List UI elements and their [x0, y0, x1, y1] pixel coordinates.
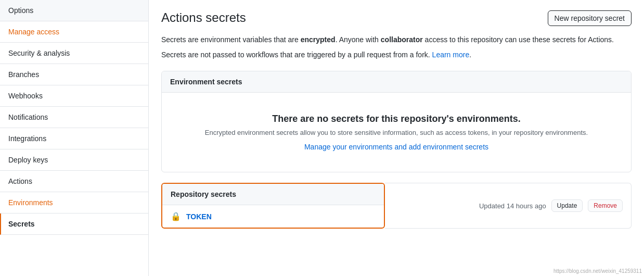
manage-environments-link[interactable]: Manage your environments and add environ… — [304, 143, 488, 151]
sidebar-item-actions[interactable]: Actions — [0, 171, 148, 192]
page-header: Actions secrets New repository secret — [161, 10, 632, 26]
desc-prefix: Secrets are environment variables that a… — [161, 35, 301, 44]
learn-more-link[interactable]: Learn more — [432, 51, 470, 59]
description-line1: Secrets are environment variables that a… — [161, 34, 632, 45]
sidebar-item-options[interactable]: Options — [0, 0, 148, 21]
desc2-suffix: . — [469, 51, 471, 59]
sidebar-item-integrations[interactable]: Integrations — [0, 128, 148, 149]
main-content: Actions secrets New repository secret Se… — [149, 0, 644, 276]
sidebar-item-deploy-keys[interactable]: Deploy keys — [0, 149, 148, 171]
repo-secrets-bordered-box: Repository secrets 🔒 TOKEN — [161, 183, 385, 229]
new-repository-secret-button[interactable]: New repository secret — [548, 10, 632, 26]
watermark: https://blog.csdn.net/weixin_41259311 — [553, 268, 642, 274]
desc-bold-encrypted: encrypted — [301, 35, 336, 44]
repo-secrets-header: Repository secrets — [162, 184, 384, 205]
repo-secrets-right-panel: Updated 14 hours ago Update Remove — [385, 183, 632, 229]
description-line2: Secrets are not passed to workflows that… — [161, 49, 632, 60]
secret-left: 🔒 TOKEN — [171, 211, 212, 221]
environment-secrets-section: Environment secrets There are no secrets… — [161, 71, 632, 172]
sidebar-item-security-analysis[interactable]: Security & analysis — [0, 43, 148, 64]
secret-updated-text: Updated 14 hours ago — [479, 202, 546, 210]
desc2-prefix: Secrets are not passed to workflows that… — [161, 51, 432, 59]
sidebar-item-branches[interactable]: Branches — [0, 64, 148, 85]
lock-icon: 🔒 — [171, 211, 181, 221]
environment-secrets-header: Environment secrets — [162, 71, 631, 93]
sidebar-item-environments[interactable]: Environments — [0, 192, 148, 214]
sidebar-item-notifications[interactable]: Notifications — [0, 107, 148, 128]
sidebar-item-manage-access[interactable]: Manage access — [0, 21, 148, 43]
sidebar-item-webhooks[interactable]: Webhooks — [0, 85, 148, 107]
remove-secret-button[interactable]: Remove — [588, 199, 623, 212]
environment-secrets-empty-state: There are no secrets for this repository… — [162, 93, 631, 172]
secret-row-token: 🔒 TOKEN — [162, 205, 384, 228]
empty-state-desc: Encrypted environment secrets allow you … — [172, 129, 621, 136]
secret-name-token[interactable]: TOKEN — [186, 212, 212, 221]
update-secret-button[interactable]: Update — [551, 199, 583, 212]
sidebar: Options Manage access Security & analysi… — [0, 0, 149, 276]
sidebar-item-secrets[interactable]: Secrets — [0, 214, 148, 235]
desc-bold-collaborator: collaborator — [381, 35, 423, 44]
desc-suffix: access to this repository can use these … — [423, 35, 614, 44]
repository-secrets-box: Repository secrets 🔒 TOKEN — [161, 183, 385, 229]
desc-mid: . Anyone with — [336, 35, 381, 44]
empty-state-title: There are no secrets for this repository… — [172, 114, 621, 124]
page-title: Actions secrets — [161, 10, 246, 25]
repository-secrets-row: Repository secrets 🔒 TOKEN Updated 14 ho… — [161, 183, 632, 229]
